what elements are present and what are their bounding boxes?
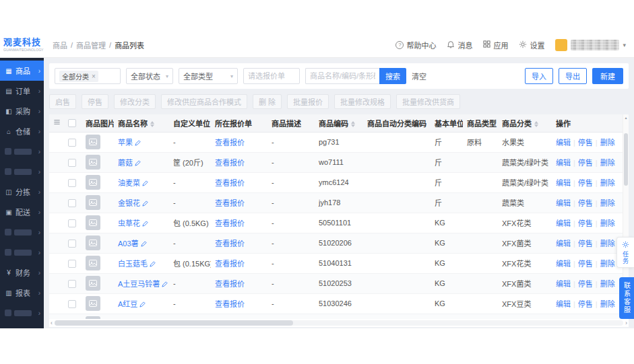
- row-checkbox[interactable]: [68, 159, 76, 167]
- row-action-edit[interactable]: 编辑: [556, 240, 571, 248]
- sidebar-item-sorting[interactable]: ◫分拣›: [0, 182, 44, 202]
- sidebar-item-delivery[interactable]: ▣配送›: [0, 202, 44, 222]
- row-checkbox[interactable]: [68, 199, 76, 207]
- edit-name-icon[interactable]: [139, 301, 146, 309]
- edit-name-icon[interactable]: [141, 240, 147, 248]
- help-center-button[interactable]: ? 帮助中心: [395, 40, 436, 50]
- row-checkbox[interactable]: [68, 179, 76, 187]
- column-header[interactable]: 商品图片: [82, 114, 114, 132]
- search-input[interactable]: [305, 68, 379, 84]
- sidebar-item-redacted-4[interactable]: ›: [0, 141, 44, 161]
- product-name-link[interactable]: 苹果: [118, 139, 133, 147]
- horizontal-scrollbar[interactable]: ‹ ›: [49, 319, 629, 327]
- column-header[interactable]: 商品名称: [114, 114, 169, 132]
- sidebar-item-finance[interactable]: ¥财务›: [0, 262, 44, 283]
- horizontal-scroll-track[interactable]: [55, 320, 623, 326]
- row-checkbox[interactable]: [68, 260, 76, 268]
- row-action-delete[interactable]: 删除: [600, 179, 615, 187]
- row-checkbox[interactable]: [68, 219, 76, 227]
- bulk-action-button[interactable]: 修改供应商品合作模式: [161, 94, 247, 109]
- row-action-delete[interactable]: 删除: [600, 280, 615, 288]
- bulk-action-button[interactable]: 启售: [49, 94, 76, 109]
- row-action-stop-sale[interactable]: 停售: [578, 179, 593, 187]
- view-quote-link[interactable]: 查看报价: [215, 199, 245, 207]
- view-quote-link[interactable]: 查看报价: [215, 139, 245, 147]
- row-action-stop-sale[interactable]: 停售: [578, 139, 593, 147]
- view-quote-link[interactable]: 查看报价: [215, 179, 245, 187]
- column-header[interactable]: 基本单位: [431, 114, 463, 132]
- messages-button[interactable]: 消息: [447, 40, 472, 50]
- row-action-edit[interactable]: 编辑: [556, 260, 571, 268]
- row-action-delete[interactable]: 删除: [600, 139, 615, 147]
- status-filter[interactable]: 全部状态 ▾: [126, 68, 173, 84]
- column-header[interactable]: 商品类型: [463, 114, 498, 132]
- product-name-link[interactable]: A土豆马铃薯: [118, 280, 160, 288]
- row-action-stop-sale[interactable]: 停售: [578, 260, 593, 268]
- bulk-action-button[interactable]: 删 除: [253, 94, 282, 109]
- bulk-action-button[interactable]: 批量报价: [287, 94, 329, 109]
- sidebar-item-goods[interactable]: ▦商品›: [0, 61, 44, 81]
- bulk-action-button[interactable]: 停售: [82, 94, 108, 109]
- row-action-delete[interactable]: 删除: [600, 300, 615, 308]
- scroll-up-icon[interactable]: ▴: [625, 115, 627, 120]
- edit-name-icon[interactable]: [135, 139, 141, 147]
- breadcrumb-item[interactable]: 商品: [53, 40, 67, 50]
- column-header[interactable]: 自定义单位: [169, 114, 211, 132]
- column-header[interactable]: 商品分类: [498, 114, 552, 132]
- row-checkbox[interactable]: [68, 240, 76, 248]
- sidebar-item-orders[interactable]: ▤订单›: [0, 81, 44, 101]
- column-header[interactable]: 商品描述: [267, 114, 315, 132]
- view-quote-link[interactable]: 查看报价: [215, 240, 245, 248]
- sidebar-item-redacted-9[interactable]: ›: [0, 242, 44, 262]
- product-name-link[interactable]: A红豆: [118, 300, 137, 308]
- apps-button[interactable]: 应用: [483, 40, 508, 50]
- scroll-left-icon[interactable]: ‹: [51, 320, 53, 326]
- product-name-link[interactable]: 虫草花: [118, 219, 140, 227]
- view-quote-link[interactable]: 查看报价: [215, 219, 245, 227]
- bulk-action-button[interactable]: 批量修改供货商: [396, 94, 460, 109]
- row-action-edit[interactable]: 编辑: [556, 159, 571, 167]
- select-all-checkbox[interactable]: [68, 119, 76, 127]
- create-button[interactable]: 新建: [592, 68, 623, 84]
- view-quote-link[interactable]: 查看报价: [215, 300, 245, 308]
- row-action-edit[interactable]: 编辑: [556, 179, 571, 187]
- row-action-stop-sale[interactable]: 停售: [578, 219, 593, 227]
- product-name-link[interactable]: 白玉菇毛: [118, 260, 148, 268]
- edit-name-icon[interactable]: [142, 220, 148, 228]
- user-menu[interactable]: ▾: [555, 39, 626, 51]
- column-header[interactable]: 操作: [552, 114, 623, 132]
- product-name-link[interactable]: 油麦菜: [118, 179, 140, 187]
- row-action-edit[interactable]: 编辑: [556, 219, 571, 227]
- row-action-edit[interactable]: 编辑: [556, 300, 571, 308]
- view-quote-link[interactable]: 查看报价: [215, 159, 245, 167]
- row-action-edit[interactable]: 编辑: [556, 280, 571, 288]
- product-name-link[interactable]: A03薯: [118, 240, 139, 248]
- sidebar-item-redacted-12[interactable]: ›: [0, 303, 44, 323]
- contact-support-button[interactable]: 联系客服: [619, 277, 634, 319]
- scroll-right-icon[interactable]: ›: [625, 320, 627, 326]
- row-checkbox[interactable]: [68, 300, 76, 308]
- edit-name-icon[interactable]: [142, 180, 148, 188]
- column-header[interactable]: 所在报价单: [211, 114, 267, 132]
- row-action-stop-sale[interactable]: 停售: [578, 240, 593, 248]
- vertical-scroll-thumb[interactable]: [624, 133, 628, 186]
- bulk-action-button[interactable]: 批量修改规格: [334, 94, 391, 109]
- settings-button[interactable]: 设置: [519, 40, 544, 50]
- row-action-delete[interactable]: 删除: [600, 199, 615, 207]
- sidebar-item-reports[interactable]: ▥报表›: [0, 283, 44, 303]
- column-settings-icon[interactable]: [53, 119, 61, 127]
- column-settings-header[interactable]: [49, 114, 64, 132]
- row-action-delete[interactable]: 删除: [600, 219, 615, 227]
- product-name-link[interactable]: 金银花: [118, 199, 140, 207]
- row-action-stop-sale[interactable]: 停售: [578, 280, 593, 288]
- edit-name-icon[interactable]: [135, 159, 141, 168]
- row-action-delete[interactable]: 删除: [600, 260, 615, 268]
- row-checkbox[interactable]: [68, 280, 76, 288]
- row-action-stop-sale[interactable]: 停售: [578, 300, 593, 308]
- bulk-action-button[interactable]: 修改分类: [114, 94, 156, 109]
- row-action-edit[interactable]: 编辑: [556, 199, 571, 207]
- view-quote-link[interactable]: 查看报价: [215, 280, 245, 288]
- row-action-edit[interactable]: 编辑: [556, 139, 571, 147]
- sort-icon[interactable]: [350, 121, 356, 127]
- quote-select-input[interactable]: [243, 68, 300, 84]
